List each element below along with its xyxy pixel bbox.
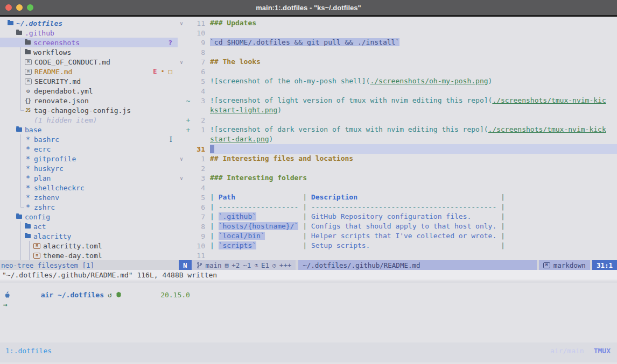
tree-item-security-md[interactable]: MSECURITY.md: [0, 76, 178, 86]
fold-chevron-icon[interactable]: ∨: [178, 175, 185, 181]
apple-icon: [3, 275, 37, 315]
text-segment: [265, 232, 299, 240]
text-segment: Configs that should apply to that host o…: [311, 222, 496, 230]
line-text: ## The looks: [210, 57, 617, 67]
tree-item-bashrc[interactable]: *bashrcI: [0, 134, 178, 144]
editor-line[interactable]: 11: [178, 251, 617, 260]
git-branch-icon: [197, 262, 202, 269]
fold-chevron-icon[interactable]: ∨: [178, 59, 185, 65]
tree-item-alacritty-toml[interactable]: Malacritty.toml: [0, 241, 178, 251]
tree-item--github[interactable]: .github: [0, 28, 178, 38]
titlebar[interactable]: main:1:.dotfiles - "ks~/.dotfiles": [0, 0, 617, 17]
editor-line[interactable]: ∨7## The looks: [178, 57, 617, 67]
text-segment: |: [210, 212, 219, 220]
editor-line[interactable]: 6: [178, 67, 617, 76]
tree-item-dependabot-yml[interactable]: ⚙dependabot.yml: [0, 86, 178, 96]
statusline-neotree-label: neo-tree filesystem [1]: [0, 260, 179, 270]
editor-line[interactable]: 4: [178, 183, 617, 192]
line-text: | `scripts` | Setup scripts. |: [210, 241, 617, 251]
text-segment: ## The looks: [210, 58, 261, 66]
tmux-window-label[interactable]: 1:.dotfiles: [5, 347, 52, 355]
folder-icon: [25, 234, 31, 238]
editor-line[interactable]: ~3![screenshot of light version of tmux …: [178, 96, 617, 105]
shell-pane[interactable]: air ~/.dotfiles ↺ 20.15.0 →: [0, 282, 617, 342]
text-segment: |: [496, 193, 505, 201]
tree-item-label: screenshots: [33, 39, 80, 47]
text-segment: |: [496, 222, 505, 230]
tree-item--dotfiles[interactable]: ~/.dotfiles: [0, 18, 178, 28]
statusline: neo-tree filesystem [1] N main ▤ +2 ~1 ⚗…: [0, 260, 617, 270]
tree-item-label: dependabot.yml: [34, 87, 93, 95]
tree-item-workflows[interactable]: workflows: [0, 47, 178, 57]
tree-item-tag-changelog-config-js[interactable]: JStag-changelog-config.js: [0, 105, 178, 115]
tree-item-zshrc[interactable]: *zshrc: [0, 202, 178, 212]
tree-item-label: zshrc: [34, 203, 55, 211]
tmux-session-label: air/main: [550, 347, 584, 355]
tree-item-screenshots[interactable]: screenshots?: [0, 38, 178, 47]
editor-line[interactable]: 10: [178, 28, 617, 38]
text-segment: [256, 241, 298, 249]
editor-line[interactable]: +2: [178, 115, 617, 125]
fold-chevron-icon[interactable]: ∨: [178, 156, 185, 162]
tree-item-label: tag-changelog-config.js: [34, 106, 131, 115]
tree-item-label: bashrc: [34, 135, 59, 144]
text-segment: [357, 193, 496, 201]
tree-item-gitprofile[interactable]: *gitprofile: [0, 154, 178, 163]
tree-item-config[interactable]: config: [0, 212, 178, 222]
line-number: 31: [191, 145, 205, 153]
editor-line[interactable]: 9`cd $HOME/.dotfiles && git pull && ./in…: [178, 38, 617, 47]
editor-line[interactable]: 7| `.github` | GitHub Repository configu…: [178, 212, 617, 222]
text-segment: Setup scripts.: [311, 241, 370, 249]
shell-input-line[interactable]: →: [3, 299, 617, 309]
tree-item-theme-day-toml[interactable]: Mtheme-day.toml: [0, 251, 178, 260]
tree-item-alacritty[interactable]: alacritty: [0, 231, 178, 241]
tree-item-act[interactable]: act: [0, 222, 178, 231]
text-segment: |: [496, 232, 505, 240]
tree-item-zshenv[interactable]: *zshenv: [0, 192, 178, 202]
text-segment: ### Interesting folders: [210, 174, 307, 182]
error-marker: E: [153, 68, 157, 75]
editor-line[interactable]: 5![screenshot of the oh-my-posh shell](.…: [178, 76, 617, 86]
neotree-sidebar[interactable]: ~/.dotfiles.githubscreenshots?workflowsM…: [0, 17, 178, 260]
fold-chevron-icon[interactable]: ∨: [178, 20, 185, 26]
tree-item-readme-md[interactable]: MREADME.mdE•□: [0, 67, 178, 76]
editor-line[interactable]: 8| `hosts/{hostname}/` | Configs that sh…: [178, 222, 617, 231]
editor-line[interactable]: 6| ------------------- | ---------------…: [178, 202, 617, 212]
editor-line[interactable]: kstart-light.png): [178, 105, 617, 115]
editor-line[interactable]: 5| Path | Description |: [178, 192, 617, 202]
editor-line[interactable]: ∨11### Updates: [178, 18, 617, 28]
line-number: 11: [191, 19, 205, 27]
editor-line[interactable]: 10| `scripts` | Setup scripts. |: [178, 241, 617, 251]
tree-item--1-hidden-item-[interactable]: (1 hidden item): [0, 115, 178, 125]
node-hexagon-icon: [116, 275, 158, 314]
tree-item-code-of-conduct-md[interactable]: MCODE_OF_CONDUCT.md: [0, 57, 178, 67]
editor-pane[interactable]: ∨11### Updates109`cd $HOME/.dotfiles && …: [178, 17, 617, 260]
text-segment: [235, 193, 298, 201]
editor-line[interactable]: 4: [178, 86, 617, 96]
editor-line[interactable]: ∨3### Interesting folders: [178, 173, 617, 183]
text-segment: ![screenshot of dark version of tmux wit…: [210, 125, 488, 133]
tree-item-base[interactable]: base: [0, 125, 178, 134]
tree-item-label: huskyrc: [34, 165, 64, 173]
editor-line[interactable]: 9| `local/bin` | Helper scripts that I'v…: [178, 231, 617, 241]
editor-line[interactable]: ∨1## Interesting files and locations: [178, 154, 617, 163]
editor-line[interactable]: 31: [178, 144, 617, 154]
line-text: kstart-light.png): [210, 105, 617, 115]
tree-item-renovate-json[interactable]: {}renovate.json: [0, 96, 178, 105]
line-text: [210, 251, 617, 260]
text-segment: |: [496, 241, 505, 249]
text-segment: ): [488, 77, 493, 85]
tree-item-plan[interactable]: *plan: [0, 173, 178, 183]
editor-line[interactable]: start-dark.png): [178, 134, 617, 144]
json-file-icon: {}: [25, 98, 31, 104]
shell-file-icon: *: [25, 175, 31, 181]
editor-line[interactable]: 2: [178, 163, 617, 173]
tree-item-shellcheckrc[interactable]: *shellcheckrc: [0, 183, 178, 192]
editor-line[interactable]: +1![screenshot of dark version of tmux w…: [178, 125, 617, 134]
text-segment: |: [210, 232, 219, 240]
editor-line[interactable]: 8: [178, 47, 617, 57]
tree-item-label: shellcheckrc: [34, 184, 85, 192]
tree-item-huskyrc[interactable]: *huskyrc: [0, 163, 178, 173]
tree-item-ecrc[interactable]: *ecrc: [0, 144, 178, 154]
folder-icon: [8, 21, 13, 25]
